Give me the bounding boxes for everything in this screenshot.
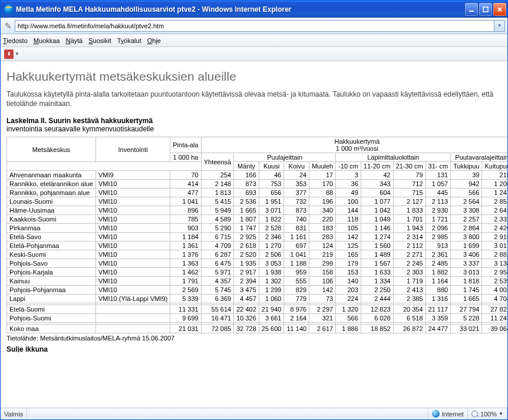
status-zone: Internet (428, 408, 468, 419)
col-inventory: Inventointi (95, 137, 170, 162)
table-row: Pohjois-Suomi9 69916 47110 3263 6612 164… (7, 314, 508, 323)
table-row: Etelä-SavoVMI101 1846 7152 9252 3461 161… (7, 233, 508, 242)
table-row: Rannikko, pohjanmaan alueVMI104771 81369… (7, 188, 508, 197)
source-note: Tietolähde: Metsäntutkimuslaitos/MELA-ry… (6, 335, 502, 342)
table-body: Ahvenanmaan maakuntaVMI97025416646241734… (7, 171, 508, 333)
table-row: Keski-SuomiVMI101 3766 2872 5202 5061 04… (7, 250, 508, 259)
col-assort: Puutavaralajeittain (451, 153, 507, 162)
col-11-20: 11-20 cm (361, 162, 393, 171)
table-row: Ahvenanmaan maakuntaVMI97025416646241734… (7, 171, 508, 180)
table-row: Pohjois-PohjanmaaVMI102 5695 7453 4751 2… (7, 286, 508, 295)
table-row: Lounais-SuomiVMI101 0415 4152 5361 95173… (7, 197, 508, 206)
subheading-plain: inventointia seuraavalle kymmenvuotiskau… (6, 125, 154, 133)
minimize-button[interactable] (465, 3, 478, 16)
col-tukki: Tukkipuu (451, 162, 482, 171)
table-row: Etelä-PohjanmaaVMI101 3614 7092 6181 270… (7, 242, 508, 250)
ie-icon (4, 5, 14, 14)
window-title: Metla Metinfo MELA Hakkuumahdollisuusarv… (16, 5, 464, 14)
col-m10: -10 cm (336, 162, 361, 171)
toolbar: ⬇ ▼ (1, 47, 507, 61)
col-area-unit: 1 000 ha (170, 153, 201, 162)
col-kuusi: Kuusi (259, 162, 284, 171)
col-kuitu: Kuitupuu (482, 162, 507, 171)
menu-tools[interactable]: Työkalut (117, 37, 141, 44)
subheading: Laskelma II. Suurin kestävä hakkuukertym… (6, 117, 502, 133)
menu-favorites[interactable]: Suosikit (88, 37, 111, 44)
table-row: LappiVMI10 (Ylä-Lappi VMI9)5 3396 3694 4… (7, 295, 508, 303)
menu-view[interactable]: Näytä (65, 37, 83, 44)
data-table: Metsäkeskus Inventointi Pinta-ala Hakkuu… (6, 137, 507, 333)
table-row: PirkanmaaVMI109035 2901 7472 52883118310… (7, 224, 508, 233)
address-input[interactable] (15, 20, 494, 32)
col-region: Metsäkeskus (7, 137, 96, 162)
menu-help[interactable]: Ohje (147, 37, 161, 44)
pdf-icon[interactable]: ⬇ (4, 49, 14, 59)
col-31: 31- cm (425, 162, 451, 171)
table-row: Rannikko, etelärannikon alueVMI104142 14… (7, 180, 508, 188)
status-zoom[interactable]: 100% ▼ (468, 408, 507, 419)
col-diameter: Läpimittaluokittain (336, 153, 451, 162)
table-row: Pohjois-KarjalaVMI101 4625 9712 9171 938… (7, 268, 508, 277)
zoom-icon (471, 411, 478, 417)
table-row: Etelä-Suomi11 33155 61422 40221 9408 976… (7, 305, 508, 314)
menu-edit[interactable]: Muokkaa (34, 37, 60, 44)
col-area: Pinta-ala (170, 137, 201, 153)
col-muuleh: Muuleh (309, 162, 336, 171)
pdf-dropdown[interactable]: ▼ (15, 51, 19, 57)
table-row: Häme-UusimaaVMI108965 9491 6653 07187334… (7, 206, 508, 215)
col-manty: Mänty (234, 162, 259, 171)
menu-bar: TTiedostoiedosto Muokkaa Näytä Suosikit … (1, 34, 507, 47)
col-species: Puulajeittain (234, 153, 336, 162)
table-row: Kaakkois-SuomiVMI107854 5891 8071 822740… (7, 215, 508, 224)
address-bar-row: ✎ ▼ (1, 18, 507, 34)
col-haul-group: Hakkuukertymä1 000 m³/vuosi (201, 137, 507, 153)
page-icon: ✎ (3, 21, 14, 31)
close-link[interactable]: Sulje ikkuna (6, 345, 502, 354)
address-dropdown[interactable]: ▼ (494, 20, 505, 32)
maximize-button[interactable] (479, 3, 492, 16)
browser-window: Metla Metinfo MELA Hakkuumahdollisuusarv… (0, 0, 508, 420)
status-ready: Valmis (1, 408, 27, 419)
svg-rect-1 (483, 7, 488, 12)
page-heading: Hakkuukertymät metsäkeskuksien alueille (6, 70, 502, 84)
intro-text: Taulukossa käytetyllä pinta-alalla tarko… (6, 90, 502, 108)
table-row: Pohjois-SavoVMI101 3636 4751 9353 0531 1… (7, 259, 508, 268)
subheading-bold: Laskelma II. Suurin kestävä hakkuukertym… (6, 117, 153, 125)
table-row: Koko maa21 03172 08532 72825 60011 1402 … (7, 325, 508, 333)
table-row: KainuuVMI101 7914 3572 3941 302555106140… (7, 277, 508, 286)
col-koivu: Koivu (284, 162, 309, 171)
status-bar: Valmis Internet 100% ▼ (1, 408, 507, 419)
globe-icon (432, 410, 440, 418)
page-content: Hakkuukertymät metsäkeskuksien alueille … (1, 61, 507, 408)
col-21-30: 21-30 cm (393, 162, 425, 171)
col-total: Yhteensä (201, 153, 233, 171)
titlebar[interactable]: Metla Metinfo MELA Hakkuumahdollisuusarv… (1, 1, 507, 18)
close-button[interactable] (493, 3, 506, 16)
svg-rect-0 (469, 11, 474, 12)
menu-file[interactable]: TTiedostoiedosto (3, 37, 28, 44)
